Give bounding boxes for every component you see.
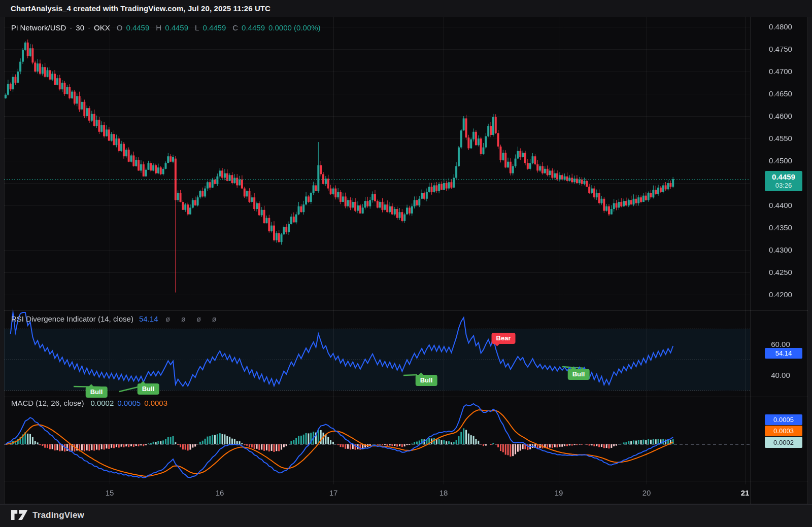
macd-axis-signal-label: 0.0003 bbox=[765, 426, 802, 436]
price-tick-label: 0.4650 bbox=[750, 89, 811, 98]
time-tick-label: 15 bbox=[94, 488, 125, 497]
close-label: C bbox=[232, 23, 238, 32]
tradingview-logo-icon bbox=[11, 510, 28, 520]
separator-dot: · bbox=[88, 23, 90, 32]
time-tick-label: 19 bbox=[544, 488, 574, 497]
macd-line-value: 0.0005 bbox=[117, 399, 141, 407]
rsi-current-value: 54.14 bbox=[139, 314, 158, 323]
attribution-title: ChartAnalysis_4 created with TradingView… bbox=[11, 4, 270, 13]
last-price-label: 0.4459 03:26 bbox=[765, 171, 802, 191]
time-tick-label: 18 bbox=[428, 488, 459, 497]
chart-page: ChartAnalysis_4 created with TradingView… bbox=[0, 0, 812, 527]
time-tick-label: 17 bbox=[318, 488, 349, 497]
low-label: L bbox=[195, 23, 199, 32]
close-value: 0.4459 bbox=[242, 23, 265, 32]
time-tick-label: 21 bbox=[730, 488, 760, 497]
high-value: 0.4459 bbox=[165, 23, 188, 32]
interval-label: 30 bbox=[76, 23, 84, 32]
price-tick-label: 0.4300 bbox=[750, 245, 811, 254]
rsi-null-values: ø ø ø ø bbox=[166, 315, 221, 323]
macd-axis-hist-label: 0.0002 bbox=[765, 437, 802, 448]
price-tick-label: 0.4750 bbox=[750, 45, 811, 53]
low-value: 0.4459 bbox=[202, 23, 226, 32]
price-tick-label: 0.4550 bbox=[750, 134, 811, 143]
bear-divergence-badge: Bear bbox=[492, 333, 516, 344]
macd-indicator-legend[interactable]: MACD (12, 26, close) 0.0002 0.0005 0.000… bbox=[11, 399, 167, 407]
macd-hist-value: 0.0002 bbox=[90, 399, 114, 407]
macd-axis-macd-label: 0.0005 bbox=[765, 414, 802, 425]
time-tick-label: 20 bbox=[631, 488, 662, 497]
chart-canvas[interactable] bbox=[0, 0, 812, 527]
symbol-name: Pi Network/USD bbox=[11, 23, 66, 32]
price-tick-label: 0.4250 bbox=[750, 268, 811, 276]
bull-divergence-badge: Bull bbox=[138, 383, 159, 395]
price-tick-label: 0.4800 bbox=[750, 22, 811, 31]
countdown-timer: 03:26 bbox=[775, 182, 792, 190]
price-tick-label: 0.4600 bbox=[750, 112, 811, 120]
footer-bar: TradingView bbox=[0, 504, 812, 527]
separator-dot: · bbox=[70, 23, 72, 32]
rsi-title: RSI Divergence Indicator (14, close) bbox=[11, 314, 133, 323]
time-tick-label: 16 bbox=[205, 488, 235, 497]
symbol-legend[interactable]: Pi Network/USD · 30 · OKX O 0.4459 H 0.4… bbox=[11, 23, 321, 32]
open-label: O bbox=[117, 23, 123, 32]
exchange-label: OKX bbox=[94, 23, 110, 32]
rsi-axis-value-label: 54.14 bbox=[765, 348, 802, 359]
attribution-bar: ChartAnalysis_4 created with TradingView… bbox=[0, 0, 812, 17]
price-tick-label: 0.4700 bbox=[750, 67, 811, 76]
rsi-tick-label: 60.00 bbox=[750, 340, 811, 348]
bull-divergence-badge: Bull bbox=[416, 375, 437, 386]
rsi-indicator-legend[interactable]: RSI Divergence Indicator (14, close) 54.… bbox=[11, 314, 221, 323]
price-tick-label: 0.4200 bbox=[750, 290, 811, 299]
tradingview-brand-name: TradingView bbox=[32, 510, 84, 520]
high-label: H bbox=[156, 23, 161, 32]
rsi-tick-label: 40.00 bbox=[750, 371, 811, 379]
bull-divergence-badge: Bull bbox=[568, 369, 590, 380]
macd-signal-value: 0.0003 bbox=[144, 399, 167, 407]
last-price-value: 0.4459 bbox=[772, 172, 795, 182]
tradingview-brand[interactable]: TradingView bbox=[11, 510, 84, 520]
price-tick-label: 0.4500 bbox=[750, 156, 811, 165]
price-tick-label: 0.4350 bbox=[750, 223, 811, 232]
price-tick-label: 0.4400 bbox=[750, 201, 811, 209]
bull-divergence-badge: Bull bbox=[86, 387, 108, 398]
open-value: 0.4459 bbox=[126, 23, 149, 32]
macd-title: MACD (12, 26, close) bbox=[11, 399, 84, 407]
change-value: 0.0000 (0.00%) bbox=[268, 23, 321, 32]
